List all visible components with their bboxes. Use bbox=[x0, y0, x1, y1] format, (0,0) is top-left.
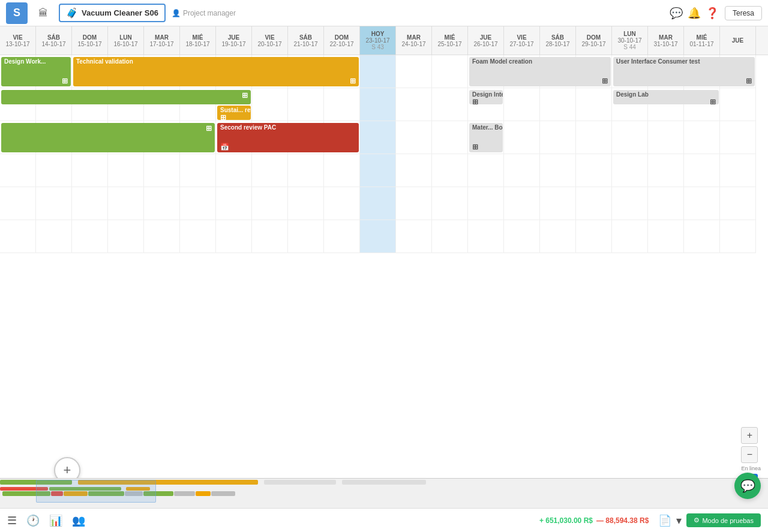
cell-r3-c15 bbox=[540, 154, 576, 187]
cell-r1-c2 bbox=[72, 88, 108, 121]
cell-r2-c19 bbox=[684, 121, 720, 154]
cell-r3-c5 bbox=[180, 154, 216, 187]
cell-r2-c2 bbox=[72, 121, 108, 154]
cal-col-4: MAR17-10-17 bbox=[144, 26, 180, 55]
project-selector[interactable]: 🧳 Vacuum Cleaner S06 bbox=[59, 4, 166, 22]
cell-r3-c2 bbox=[72, 154, 108, 187]
gantt-wrapper: Design Work...⊞Technical validation⊞Foam… bbox=[0, 55, 756, 253]
cell-r0-c0 bbox=[0, 55, 36, 88]
team-icon[interactable]: 👥 bbox=[72, 514, 85, 527]
doc-icon[interactable]: 📄 bbox=[658, 514, 671, 527]
notifications-icon[interactable]: 🔔 bbox=[688, 7, 701, 20]
zoom-in-button[interactable]: + bbox=[741, 427, 758, 444]
gantt-row-3 bbox=[0, 154, 756, 187]
mode-button[interactable]: ⚙ Modo de pruebas bbox=[686, 513, 761, 527]
cell-r5-c16 bbox=[576, 220, 612, 253]
role-display: 👤 Project manager bbox=[172, 9, 236, 17]
cell-r1-c12 bbox=[432, 88, 468, 121]
nav-icon-home[interactable]: 🏛 bbox=[34, 4, 53, 23]
cell-r0-c8 bbox=[288, 55, 324, 88]
cell-r2-c8 bbox=[288, 121, 324, 154]
cell-r2-c12 bbox=[432, 121, 468, 154]
cell-r0-c13 bbox=[468, 55, 504, 88]
cell-r0-c15 bbox=[540, 55, 576, 88]
cell-r5-c15 bbox=[540, 220, 576, 253]
cell-r5-c12 bbox=[432, 220, 468, 253]
cal-col-14: VIE27-10-17 bbox=[504, 26, 540, 55]
cell-r1-c5 bbox=[180, 88, 216, 121]
cell-r3-c6 bbox=[216, 154, 252, 187]
top-navigation: S 🏛 🧳 Vacuum Cleaner S06 👤 Project manag… bbox=[0, 0, 768, 26]
cell-r3-c7 bbox=[252, 154, 288, 187]
cell-r3-c17 bbox=[612, 154, 648, 187]
budget-minus: — 88,594.38 R$ bbox=[596, 516, 649, 525]
cell-r3-c11 bbox=[396, 154, 432, 187]
cell-r2-c14 bbox=[504, 121, 540, 154]
role-label: Project manager bbox=[183, 9, 236, 17]
cal-col-11: MAR24-10-17 bbox=[396, 26, 432, 55]
cal-col-6: JUE19-10-17 bbox=[216, 26, 252, 55]
cal-col-5: MIÉ18-10-17 bbox=[180, 26, 216, 55]
add-task-button[interactable]: + bbox=[54, 457, 80, 478]
bottom-toolbar: ☰ 🕐 📊 👥 + 651,030.00 R$ — 88,594.38 R$ 📄… bbox=[0, 508, 768, 532]
cell-r2-c15 bbox=[540, 121, 576, 154]
gantt-row-5 bbox=[0, 220, 756, 253]
cell-r4-c8 bbox=[288, 187, 324, 220]
cell-r3-c13 bbox=[468, 154, 504, 187]
cell-r5-c8 bbox=[288, 220, 324, 253]
help-icon[interactable]: ❓ bbox=[706, 7, 719, 20]
cal-col-8: SÁB21-10-17 bbox=[288, 26, 324, 55]
user-button[interactable]: Teresa bbox=[725, 6, 762, 20]
cell-r4-c11 bbox=[396, 187, 432, 220]
chart-icon[interactable]: 📊 bbox=[49, 514, 62, 527]
cell-r4-c4 bbox=[144, 187, 180, 220]
minimap-viewport[interactable] bbox=[36, 480, 156, 503]
cell-r0-c7 bbox=[252, 55, 288, 88]
cell-r3-c4 bbox=[144, 154, 180, 187]
cell-r1-c15 bbox=[540, 88, 576, 121]
cell-r0-c3 bbox=[108, 55, 144, 88]
cell-r1-c16 bbox=[576, 88, 612, 121]
cell-r3-c10 bbox=[360, 154, 396, 187]
cell-r4-c20 bbox=[720, 187, 756, 220]
minimap bbox=[0, 478, 768, 508]
cell-r5-c18 bbox=[648, 220, 684, 253]
cal-col-20: JUE bbox=[720, 26, 756, 55]
cell-r5-c4 bbox=[144, 220, 180, 253]
doc-dropdown-icon[interactable]: ▾ bbox=[676, 514, 682, 527]
cell-r2-c18 bbox=[648, 121, 684, 154]
budget-display: + 651,030.00 R$ — 88,594.38 R$ bbox=[539, 516, 649, 525]
gantt-row-2 bbox=[0, 121, 756, 154]
cell-r5-c19 bbox=[684, 220, 720, 253]
cell-r0-c5 bbox=[180, 55, 216, 88]
cell-r4-c14 bbox=[504, 187, 540, 220]
chat-icon[interactable]: 💬 bbox=[670, 7, 683, 20]
clock-icon[interactable]: 🕐 bbox=[26, 514, 40, 527]
budget-plus: + 651,030.00 R$ bbox=[539, 516, 593, 525]
cell-r4-c15 bbox=[540, 187, 576, 220]
cell-r3-c14 bbox=[504, 154, 540, 187]
chat-support-button[interactable]: 💬 bbox=[734, 473, 761, 499]
cell-r0-c14 bbox=[504, 55, 540, 88]
cell-r4-c9 bbox=[324, 187, 360, 220]
list-view-icon[interactable]: ☰ bbox=[7, 514, 17, 527]
cell-r1-c17 bbox=[612, 88, 648, 121]
cell-r5-c1 bbox=[36, 220, 72, 253]
cell-r2-c17 bbox=[612, 121, 648, 154]
cal-col-16: DOM29-10-17 bbox=[576, 26, 612, 55]
cell-r0-c12 bbox=[432, 55, 468, 88]
cal-col-15: SÁB28-10-17 bbox=[540, 26, 576, 55]
cell-r2-c13 bbox=[468, 121, 504, 154]
cell-r4-c17 bbox=[612, 187, 648, 220]
project-icon: 🧳 bbox=[66, 7, 78, 19]
cal-col-1: SÁB14-10-17 bbox=[36, 26, 72, 55]
cell-r2-c4 bbox=[144, 121, 180, 154]
gantt-row-1 bbox=[0, 88, 756, 121]
cell-r0-c2 bbox=[72, 55, 108, 88]
gantt-row-4 bbox=[0, 187, 756, 220]
zoom-out-button[interactable]: − bbox=[741, 446, 758, 463]
cell-r4-c1 bbox=[36, 187, 72, 220]
cell-r5-c10 bbox=[360, 220, 396, 253]
cell-r0-c16 bbox=[576, 55, 612, 88]
cell-r2-c6 bbox=[216, 121, 252, 154]
